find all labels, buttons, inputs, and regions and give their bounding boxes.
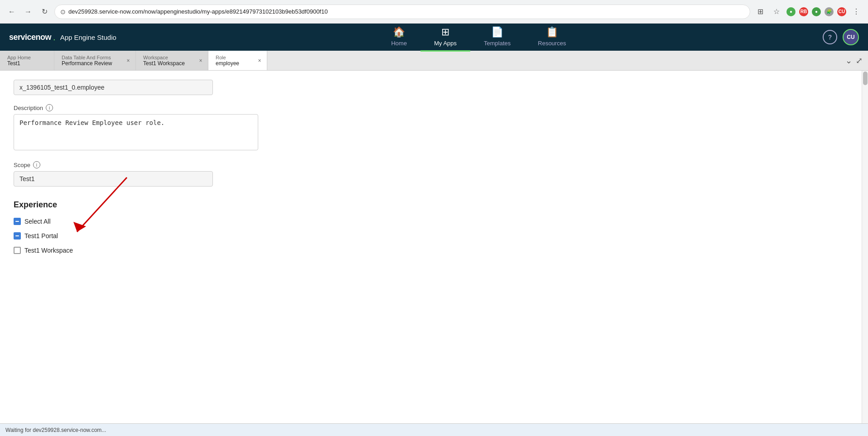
tab-bar-actions: ⌄ ⤢ xyxy=(840,51,868,70)
main-content: x_1396105_test1_0.employee Description i… xyxy=(0,71,862,423)
header-right: ? CU xyxy=(823,29,859,45)
nav-home[interactable]: 🏠 Home xyxy=(377,23,420,52)
name-value: x_1396105_test1_0.employee xyxy=(14,80,213,95)
address-bar[interactable]: ⊙ dev259928.service-now.com/now/appengin… xyxy=(54,5,750,19)
nav-my-apps[interactable]: ⊞ My Apps xyxy=(420,23,470,52)
nav-templates[interactable]: 📄 Templates xyxy=(470,23,524,52)
select-all-label: Select All xyxy=(24,218,51,225)
tab-bar: App Home Test1 Data Table And Forms Perf… xyxy=(0,51,868,71)
app-header: servicenow. App Engine Studio 🏠 Home ⊞ M… xyxy=(0,24,868,51)
test1-workspace-checkbox[interactable] xyxy=(14,247,21,254)
scope-value: Test1 xyxy=(14,171,213,187)
tab-role[interactable]: Role employee × xyxy=(208,51,267,70)
scope-field-row: Scope i Test1 xyxy=(14,161,848,187)
nav-resources[interactable]: 📋 Resources xyxy=(524,23,579,52)
scrollbar[interactable] xyxy=(862,71,868,423)
test1-portal-row[interactable]: Test1 Portal xyxy=(14,232,848,240)
name-field-row: x_1396105_test1_0.employee xyxy=(14,80,848,95)
scrollbar-thumb[interactable] xyxy=(863,72,868,85)
description-label: Description i xyxy=(14,104,848,111)
select-all-checkbox[interactable] xyxy=(14,218,21,225)
servicenow-logo: servicenow. xyxy=(9,32,56,43)
tab-data-table[interactable]: Data Table And Forms Performance Review … xyxy=(54,51,136,70)
tab-expand-button[interactable]: ⤢ xyxy=(856,56,863,66)
profile-icon[interactable]: CU xyxy=(837,7,846,16)
url-text: dev259928.service-now.com/now/appengines… xyxy=(68,8,744,15)
scope-label: Scope i xyxy=(14,161,848,168)
back-button[interactable]: ← xyxy=(5,5,18,18)
experience-title: Experience xyxy=(14,200,848,210)
reload-button[interactable]: ↻ xyxy=(38,5,51,18)
status-text: Waiting for dev259928.service-now.com... xyxy=(5,427,106,433)
browser-actions: ⊞ ☆ ● RB ● 🧩 CU ⋮ xyxy=(754,5,863,18)
ext-puzzle-icon[interactable]: 🧩 xyxy=(825,7,834,16)
tab-overflow-button[interactable]: ⌄ xyxy=(845,56,852,66)
description-textarea[interactable]: Performance Review Employee user role. xyxy=(14,114,258,150)
scope-info-icon[interactable]: i xyxy=(33,161,40,168)
tab-role-close[interactable]: × xyxy=(256,57,263,64)
description-field-row: Description i Performance Review Employe… xyxy=(14,104,848,152)
bookmark-icon[interactable]: ☆ xyxy=(770,5,783,18)
avatar[interactable]: CU xyxy=(843,29,859,45)
home-icon: 🏠 xyxy=(393,26,405,38)
browser-bar: ← → ↻ ⊙ dev259928.service-now.com/now/ap… xyxy=(0,0,868,24)
translate-icon[interactable]: ⊞ xyxy=(754,5,767,18)
ext-green2-icon[interactable]: ● xyxy=(812,7,821,16)
menu-icon[interactable]: ⋮ xyxy=(850,5,863,18)
test1-workspace-row[interactable]: Test1 Workspace xyxy=(14,247,848,254)
help-button[interactable]: ? xyxy=(823,30,837,44)
my-apps-icon: ⊞ xyxy=(441,26,449,38)
select-all-row[interactable]: Select All xyxy=(14,218,848,225)
logo-text: servicenow xyxy=(9,33,51,42)
app-name: App Engine Studio xyxy=(60,34,116,41)
description-info-icon[interactable]: i xyxy=(46,104,53,111)
experience-section: Experience Select All Test1 Portal Test1… xyxy=(14,200,848,254)
app-logo: servicenow. App Engine Studio xyxy=(9,32,116,43)
ext-green-icon[interactable]: ● xyxy=(786,7,796,16)
forward-button[interactable]: → xyxy=(22,5,34,18)
tab-workspace-close[interactable]: × xyxy=(197,57,204,64)
header-nav: 🏠 Home ⊞ My Apps 📄 Templates 📋 Resources xyxy=(135,23,823,52)
resources-icon: 📋 xyxy=(546,26,558,38)
test1-portal-label: Test1 Portal xyxy=(24,232,58,240)
templates-icon: 📄 xyxy=(491,26,503,38)
test1-portal-checkbox[interactable] xyxy=(14,232,21,240)
tab-workspace[interactable]: Workspace Test1 Workspace × xyxy=(136,51,208,70)
status-bar: Waiting for dev259928.service-now.com... xyxy=(0,423,868,436)
ext-red-icon[interactable]: RB xyxy=(799,7,808,16)
tab-app-home[interactable]: App Home Test1 xyxy=(0,51,54,70)
tab-data-table-close[interactable]: × xyxy=(125,57,132,64)
test1-workspace-label: Test1 Workspace xyxy=(24,247,73,254)
